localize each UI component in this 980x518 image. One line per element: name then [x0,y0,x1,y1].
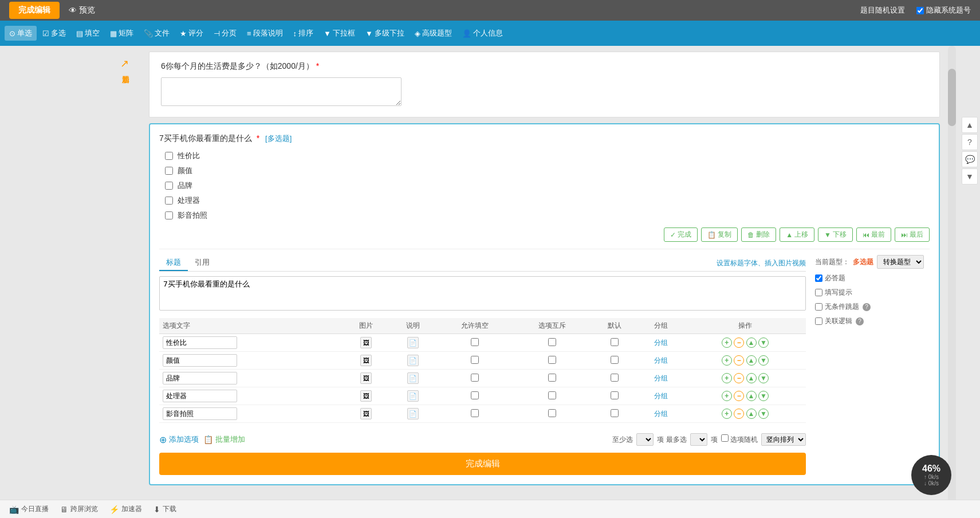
right-tool-comment[interactable]: 💬 [962,151,978,167]
exclusive-chk-4[interactable] [548,391,556,399]
up-op-5[interactable]: ▲ [746,409,757,419]
desc-btn-4[interactable]: 📄 [407,390,419,402]
toolbar-fillblank[interactable]: ▤ 填空 [72,26,104,41]
toolbar-page[interactable]: ⊣ 分页 [209,26,241,41]
required-label-wrap[interactable]: 必答题 [815,273,845,283]
unconditional-help-icon[interactable]: ? [863,303,871,311]
copy-button[interactable]: 📋 复制 [701,227,738,242]
down-op-3[interactable]: ▼ [758,373,769,383]
layout-select[interactable]: 竖向排列 [761,433,806,446]
fillblank-chk-2[interactable] [471,356,479,364]
set-font-link[interactable]: 设置标题字体、插入图片视频 [717,258,806,268]
unconditional-checkbox[interactable] [815,303,822,311]
toolbar-multi[interactable]: ☑ 多选 [38,26,70,41]
exclusive-chk-2[interactable] [548,356,556,364]
remove-op-4[interactable]: − [734,391,744,401]
switch-type-select[interactable]: 转换题型 [877,255,924,269]
min-select[interactable] [636,433,654,446]
first-button[interactable]: ⏮ 最前 [856,227,891,242]
add-op-5[interactable]: + [722,409,732,419]
img-btn-5[interactable]: 🖼 [360,408,372,419]
toolbar-score[interactable]: ★ 评分 [175,26,208,41]
down-op-2[interactable]: ▼ [758,355,769,366]
group-btn-5[interactable]: 分组 [654,409,668,419]
fillblank-chk-4[interactable] [471,391,479,399]
option-checkbox-2[interactable] [165,167,173,175]
group-btn-2[interactable]: 分组 [654,356,668,366]
img-btn-4[interactable]: 🖼 [360,390,372,402]
fillblank-chk-5[interactable] [471,409,479,417]
desc-btn-2[interactable]: 📄 [407,355,419,366]
down-op-1[interactable]: ▼ [758,338,769,348]
tab-cite[interactable]: 引用 [188,255,217,271]
toolbar-paragraph[interactable]: ≡ 段落说明 [242,26,288,41]
toolbar-advanced[interactable]: ◈ 高级题型 [410,26,456,41]
up-op-3[interactable]: ▲ [746,373,757,383]
option-checkbox-4[interactable] [165,197,173,205]
required-checkbox[interactable] [815,274,822,282]
down-button[interactable]: ▼ 下移 [818,227,853,242]
fillblank-chk-1[interactable] [471,338,479,346]
complete-edit-big-button[interactable]: 完成编辑 [159,453,806,475]
random-checkbox[interactable] [721,434,729,442]
default-chk-5[interactable] [611,409,619,417]
accelerator-status[interactable]: ⚡ 加速器 [109,504,142,514]
batch-add-button[interactable]: 📋 批量增加 [203,434,245,445]
logic-label-wrap[interactable]: 关联逻辑 [815,316,852,326]
exclusive-chk-1[interactable] [548,338,556,346]
group-btn-3[interactable]: 分组 [654,374,668,383]
remove-op-3[interactable]: − [734,373,744,383]
right-tool-down[interactable]: ▼ [962,168,978,185]
question-7-multi-tag[interactable]: [多选题] [265,134,292,143]
hide-system-checkbox-label[interactable]: 隐藏系统题号 [916,5,971,15]
toolbar-dropdown[interactable]: ▼ 下拉框 [319,26,360,41]
remove-op-1[interactable]: − [734,338,744,348]
option-text-input-4[interactable] [163,390,237,402]
img-btn-1[interactable]: 🖼 [360,337,372,348]
hint-label-wrap[interactable]: 填写提示 [815,288,852,297]
up-button[interactable]: ▲ 上移 [780,227,814,242]
top-complete-edit-button[interactable]: 完成编辑 [9,2,60,19]
option-checkbox-5[interactable] [165,211,173,219]
up-op-1[interactable]: ▲ [746,338,757,348]
option-text-input-3[interactable] [163,372,237,384]
logic-help-icon[interactable]: ? [856,317,864,325]
hide-system-checkbox[interactable] [916,7,924,14]
toolbar-matrix[interactable]: ▦ 矩阵 [105,26,138,41]
up-op-2[interactable]: ▲ [746,355,757,366]
option-checkbox-1[interactable] [165,152,173,160]
img-btn-3[interactable]: 🖼 [360,372,372,384]
preview-button[interactable]: 👁 预览 [69,5,95,15]
exclusive-chk-5[interactable] [548,409,556,417]
max-select[interactable] [690,433,707,446]
toolbar-personal[interactable]: 👤 个人信息 [458,26,507,41]
add-question-side[interactable]: ↗ 添加新题 [120,57,131,70]
add-op-3[interactable]: + [722,373,732,383]
add-option-button[interactable]: ⊕ 添加选项 [159,434,199,445]
group-btn-1[interactable]: 分组 [654,338,668,348]
done-button[interactable]: ✓ 完成 [664,227,698,242]
remove-op-5[interactable]: − [734,409,744,419]
exclusive-chk-3[interactable] [548,374,556,382]
up-op-4[interactable]: ▲ [746,391,757,401]
unconditional-label-wrap[interactable]: 无条件跳题 [815,302,859,312]
right-tool-help[interactable]: ? [962,134,978,150]
toolbar-single[interactable]: ⊙ 单选 [5,26,37,41]
desc-btn-5[interactable]: 📄 [407,408,419,419]
right-tool-up[interactable]: ▲ [962,117,978,133]
scrollbar-thumb[interactable] [948,69,956,126]
add-op-1[interactable]: + [722,338,732,348]
desc-btn-3[interactable]: 📄 [407,372,419,384]
option-text-input-1[interactable] [163,336,237,349]
toolbar-multidropdown[interactable]: ▼ 多级下拉 [361,26,409,41]
cross-browse-status[interactable]: 🖥 跨屏浏览 [60,504,98,514]
default-chk-1[interactable] [611,338,619,346]
tab-title[interactable]: 标题 [159,255,188,271]
default-chk-2[interactable] [611,356,619,364]
img-btn-2[interactable]: 🖼 [360,355,372,366]
delete-button[interactable]: 🗑 删除 [741,227,776,242]
group-btn-4[interactable]: 分组 [654,391,668,401]
download-status[interactable]: ⬇ 下载 [154,504,176,514]
desc-btn-1[interactable]: 📄 [407,337,419,348]
down-op-4[interactable]: ▼ [758,391,769,401]
